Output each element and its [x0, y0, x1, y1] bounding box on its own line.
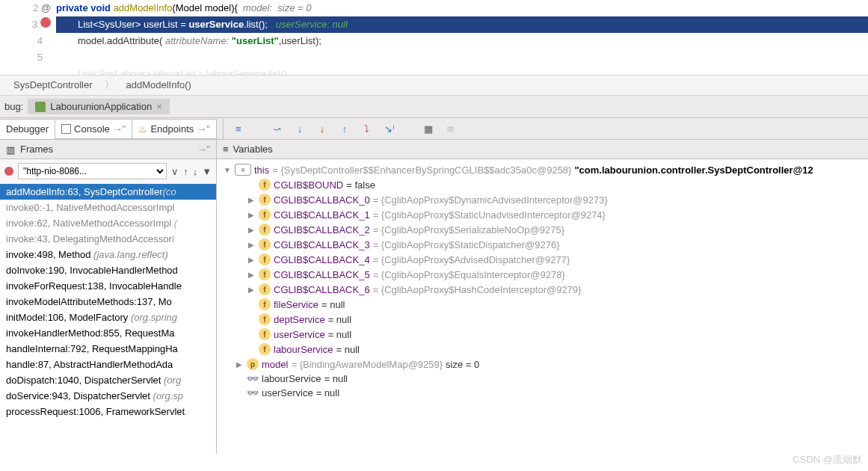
frames-panel: ▥ Frames →" "http-nio-8086... ∨ ↑ ↓ ▼ ad… — [0, 140, 217, 454]
frame-item[interactable]: doDispatch:1040, DispatcherServlet (org — [0, 372, 216, 388]
variables-header: Variables — [233, 144, 273, 155]
param-icon: p — [247, 358, 259, 370]
var-callback[interactable]: f CGLIB$CALLBACK_2 = {CglibAopProxy$Seri… — [223, 222, 862, 237]
var-callback[interactable]: f CGLIB$CALLBACK_1 = {CglibAopProxy$Stat… — [223, 207, 862, 222]
var-field[interactable]: f labourService = null — [223, 342, 862, 357]
flame-icon: ♨ — [138, 123, 147, 135]
var-field[interactable]: f fileService = null — [223, 297, 862, 312]
field-icon: f — [259, 298, 271, 310]
var-field[interactable]: f userService = null — [223, 327, 862, 342]
close-icon[interactable]: × — [156, 101, 162, 112]
debug-label: bug: — [4, 101, 23, 112]
var-this[interactable]: ≡ this = {SysDeptController$$EnhancerByS… — [223, 162, 862, 177]
thread-select[interactable]: "http-nio-8086... — [18, 163, 167, 179]
layout-icon[interactable]: ▥ — [6, 144, 16, 154]
breadcrumb-class[interactable]: SysDeptController — [7, 78, 99, 92]
field-icon: f — [259, 194, 271, 206]
var-field[interactable]: f deptService = null — [223, 312, 862, 327]
pin-icon[interactable]: →" — [197, 144, 210, 155]
console-icon — [61, 124, 71, 134]
debug-tab-row: Debugger Console →" ♨Endpoints →" ≡ ⤻ ↓ … — [0, 118, 868, 140]
field-icon: f — [259, 253, 271, 265]
force-step-into-icon[interactable]: ↓ — [316, 123, 328, 135]
frame-item[interactable]: addModelInfo:63, SysDeptController(co — [0, 184, 216, 200]
filter-icon[interactable]: ▼ — [202, 166, 212, 177]
watch-icon: 👓 — [247, 387, 257, 398]
var-model[interactable]: p model = {BindingAwareModelMap@9259} si… — [223, 357, 862, 372]
method-name: addModelInfo — [114, 2, 173, 13]
var-userService-watch[interactable]: 👓 userService = null — [223, 386, 862, 400]
current-execution-line: 3 List<SysUser> userList = userService.l… — [0, 16, 868, 33]
drop-frame-icon[interactable]: ⤵ — [361, 123, 373, 135]
field-icon: f — [259, 224, 271, 236]
breadcrumb-method[interactable]: addModelInfo() — [120, 78, 197, 92]
thread-breakpoint-icon — [4, 167, 13, 176]
variables-panel: ≡ Variables ≡ this = {SysDeptController$… — [217, 140, 868, 454]
var-callback[interactable]: f CGLIB$CALLBACK_4 = {CglibAopProxy$Advi… — [223, 252, 862, 267]
var-bound[interactable]: f CGLIB$BOUND = false — [223, 177, 862, 192]
var-callback[interactable]: f CGLIB$CALLBACK_3 = {CglibAopProxy$Stat… — [223, 237, 862, 252]
frame-item[interactable]: invokeForRequest:138, InvocableHandle — [0, 278, 216, 294]
frame-item[interactable]: handleInternal:792, RequestMappingHa — [0, 341, 216, 357]
frame-item[interactable]: doInvoke:190, InvocableHandlerMethod — [0, 262, 216, 278]
watch-icon: 👓 — [247, 373, 257, 384]
run-config-tab[interactable]: LabourunionApplication × — [28, 99, 169, 114]
var-labourService-watch[interactable]: 👓 labourService = null — [223, 372, 862, 386]
frame-item[interactable]: invoke:498, Method (java.lang.reflect) — [0, 247, 216, 262]
next-frame-icon[interactable]: ↓ — [193, 166, 198, 177]
variables-tree[interactable]: ≡ this = {SysDeptController$$EnhancerByS… — [217, 159, 868, 403]
step-over-icon[interactable]: ⤻ — [271, 123, 283, 135]
step-out-icon[interactable]: ↑ — [339, 123, 351, 135]
tab-debugger[interactable]: Debugger — [0, 119, 55, 139]
frames-list[interactable]: addModelInfo:63, SysDeptController(coinv… — [0, 184, 216, 419]
field-icon: f — [259, 238, 271, 250]
field-icon: f — [259, 313, 271, 325]
field-icon: f — [259, 179, 271, 191]
frame-item[interactable]: invokeHandlerMethod:855, RequestMa — [0, 325, 216, 341]
breadcrumb[interactable]: SysDeptController〉addModelInfo() — [0, 75, 868, 96]
show-execution-point-icon[interactable]: ≡ — [233, 123, 244, 135]
frame-item[interactable]: invoke0:-1, NativeMethodAccessorImpl — [0, 200, 216, 215]
watermark: CSDN @流烟默 — [792, 453, 862, 467]
field-icon: f — [259, 209, 271, 221]
var-callback[interactable]: f CGLIB$CALLBACK_5 = {CglibAopProxy$Equa… — [223, 267, 862, 282]
object-icon: ≡ — [235, 164, 251, 176]
frame-item[interactable]: doService:943, DispatcherServlet (org.sp — [0, 388, 216, 404]
trace-icon[interactable]: ≋ — [445, 123, 457, 135]
frame-item[interactable]: processRequest:1006, FrameworkServlet — [0, 404, 216, 419]
field-icon: f — [259, 328, 271, 340]
spring-boot-icon — [35, 102, 46, 112]
field-icon: f — [259, 343, 271, 355]
tab-endpoints[interactable]: ♨Endpoints →" — [132, 119, 216, 139]
breakpoint-icon[interactable] — [40, 17, 51, 28]
step-into-icon[interactable]: ↓ — [294, 123, 306, 135]
field-icon: f — [259, 283, 271, 295]
debug-toolbar: bug: LabourunionApplication × — [0, 96, 868, 118]
frame-item[interactable]: invoke:62, NativeMethodAccessorImpl ( — [0, 215, 216, 231]
var-callback[interactable]: f CGLIB$CALLBACK_6 = {CglibAopProxy$Hash… — [223, 282, 862, 297]
frame-item[interactable]: handle:87, AbstractHandlerMethodAda — [0, 357, 216, 372]
thread-selector-row: "http-nio-8086... ∨ ↑ ↓ ▼ — [0, 159, 216, 184]
tab-console[interactable]: Console →" — [55, 119, 132, 139]
frame-item[interactable]: invokeModelAttributeMethods:137, Mo — [0, 294, 216, 310]
frames-header: Frames — [20, 144, 53, 155]
code-editor[interactable]: 2 @ private void addModelInfo(Model mode… — [0, 0, 868, 75]
var-callback[interactable]: f CGLIB$CALLBACK_0 = {CglibAopProxy$Dyna… — [223, 192, 862, 207]
annotation-gutter-icon: @ — [41, 2, 51, 13]
run-to-cursor-icon[interactable]: ↘I — [384, 123, 395, 135]
field-icon: f — [259, 268, 271, 280]
prev-frame-icon[interactable]: ↑ — [183, 166, 188, 177]
evaluate-icon[interactable]: ▦ — [422, 123, 434, 135]
frame-item[interactable]: invoke:43, DelegatingMethodAccessorI — [0, 231, 216, 247]
frame-item[interactable]: initModel:106, ModelFactory (org.spring — [0, 310, 216, 325]
variables-icon: ≡ — [223, 144, 229, 155]
